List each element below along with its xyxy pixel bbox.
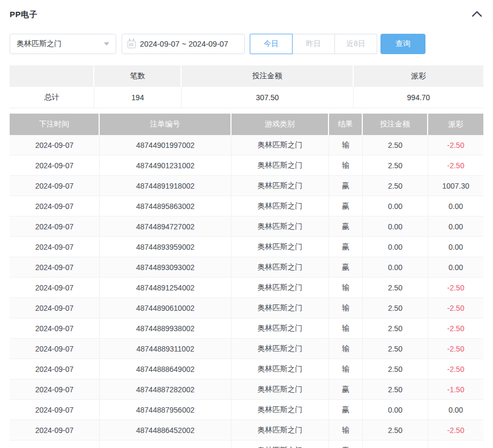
cell-order-no: 48744886052002 bbox=[100, 440, 231, 448]
cell-game: 奥林匹斯之门 bbox=[231, 359, 329, 379]
page-title: PP电子 bbox=[10, 10, 38, 20]
cell-payout: -1.50 bbox=[428, 379, 483, 400]
cell-payout: -2.50 bbox=[428, 155, 483, 176]
cell-time: 2024-09-07 bbox=[10, 379, 100, 400]
date-range-value: 2024-09-07 ~ 2024-09-07 bbox=[140, 40, 228, 48]
cell-time: 2024-09-07 bbox=[10, 359, 100, 379]
cell-result: 输 bbox=[329, 155, 363, 176]
cell-result: 输 bbox=[329, 420, 363, 440]
table-row: 2024-09-07 48744901997002 奥林匹斯之门 输 2.50 … bbox=[10, 135, 483, 155]
cell-order-no: 48744901231002 bbox=[100, 155, 231, 176]
col-header-result: 结果 bbox=[329, 114, 363, 135]
cell-result: 输 bbox=[329, 298, 363, 318]
cell-bet: 0.00 bbox=[363, 257, 428, 278]
date-range-input[interactable]: 2024-09-07 ~ 2024-09-07 bbox=[122, 34, 245, 54]
cell-time: 2024-09-07 bbox=[10, 237, 100, 257]
chevron-down-icon bbox=[104, 42, 109, 46]
table-row: 2024-09-07 48744887282002 奥林匹斯之门 赢 2.50 … bbox=[10, 379, 483, 400]
cell-payout: 0.40 bbox=[428, 440, 483, 448]
cell-payout: -2.50 bbox=[428, 298, 483, 318]
cell-time: 2024-09-07 bbox=[10, 176, 100, 196]
cell-payout: -2.50 bbox=[428, 339, 483, 359]
cell-payout: 0.00 bbox=[428, 400, 483, 420]
summary-total-label: 总计 bbox=[10, 87, 94, 108]
bet-records-table: 下注时间 注单编号 游戏类别 结果 投注金额 派彩 2024-09-07 487… bbox=[10, 114, 483, 448]
cell-time: 2024-09-07 bbox=[10, 339, 100, 359]
bet-table-body: 2024-09-07 48744901997002 奥林匹斯之门 输 2.50 … bbox=[10, 135, 483, 448]
cell-order-no: 48744890610002 bbox=[100, 298, 231, 318]
cell-result: 赢 bbox=[329, 379, 363, 400]
cell-game: 奥林匹斯之门 bbox=[231, 400, 329, 420]
table-row: 2024-09-07 48744886452002 奥林匹斯之门 输 2.50 … bbox=[10, 420, 483, 440]
collapse-button[interactable] bbox=[470, 8, 483, 21]
last8days-button[interactable]: 近8日 bbox=[334, 34, 377, 54]
cell-payout: -2.50 bbox=[428, 359, 483, 379]
cell-game: 奥林匹斯之门 bbox=[231, 155, 329, 176]
cell-bet: 0.00 bbox=[363, 216, 428, 237]
cell-game: 奥林匹斯之门 bbox=[231, 196, 329, 216]
cell-result: 赢 bbox=[329, 216, 363, 237]
table-row: 2024-09-07 48744888649002 奥林匹斯之门 输 2.50 … bbox=[10, 359, 483, 379]
game-select-value: 奥林匹斯之门 bbox=[17, 39, 62, 49]
game-select[interactable]: 奥林匹斯之门 bbox=[10, 34, 116, 54]
cell-time: 2024-09-07 bbox=[10, 216, 100, 237]
cell-payout: 0.00 bbox=[428, 237, 483, 257]
cell-game: 奥林匹斯之门 bbox=[231, 135, 329, 155]
cell-result: 赢 bbox=[329, 196, 363, 216]
cell-game: 奥林匹斯之门 bbox=[231, 216, 329, 237]
cell-game: 奥林匹斯之门 bbox=[231, 298, 329, 318]
table-row: 2024-09-07 48744894727002 奥林匹斯之门 赢 0.00 … bbox=[10, 216, 483, 237]
cell-game: 奥林匹斯之门 bbox=[231, 440, 329, 448]
cell-bet: 2.50 bbox=[363, 318, 428, 339]
summary-table: 笔数 投注金额 派彩 总计 194 307.50 994.70 bbox=[10, 65, 483, 108]
table-row: 2024-09-07 48744887956002 奥林匹斯之门 赢 0.00 … bbox=[10, 400, 483, 420]
table-row: 2024-09-07 48744891918002 奥林匹斯之门 赢 2.50 … bbox=[10, 176, 483, 196]
cell-result: 输 bbox=[329, 135, 363, 155]
cell-time: 2024-09-07 bbox=[10, 257, 100, 278]
cell-result: 赢 bbox=[329, 400, 363, 420]
cell-result: 输 bbox=[329, 339, 363, 359]
betting-records-panel: PP电子 奥林匹斯之门 2024-09-07 ~ 2024-09-07 今日 昨… bbox=[0, 0, 493, 448]
cell-order-no: 48744887282002 bbox=[100, 379, 231, 400]
summary-header-bet-amount: 投注金额 bbox=[182, 65, 354, 87]
cell-result: 赢 bbox=[329, 440, 363, 448]
summary-total-bet-amount: 307.50 bbox=[182, 87, 354, 108]
col-header-time: 下注时间 bbox=[10, 114, 100, 135]
cell-order-no: 48744888649002 bbox=[100, 359, 231, 379]
col-header-order-no: 注单编号 bbox=[100, 114, 231, 135]
cell-bet: 2.50 bbox=[363, 298, 428, 318]
yesterday-button[interactable]: 昨日 bbox=[292, 34, 335, 54]
table-row: 2024-09-07 48744901231002 奥林匹斯之门 输 2.50 … bbox=[10, 155, 483, 176]
cell-result: 输 bbox=[329, 359, 363, 379]
cell-bet: 0.00 bbox=[363, 237, 428, 257]
today-button[interactable]: 今日 bbox=[250, 34, 293, 54]
cell-payout: 0.00 bbox=[428, 196, 483, 216]
cell-time: 2024-09-07 bbox=[10, 196, 100, 216]
table-row: 2024-09-07 48744895863002 奥林匹斯之门 赢 0.00 … bbox=[10, 196, 483, 216]
cell-bet: 2.50 bbox=[363, 339, 428, 359]
cell-bet: 2.50 bbox=[363, 135, 428, 155]
cell-order-no: 48744886452002 bbox=[100, 420, 231, 440]
cell-game: 奥林匹斯之门 bbox=[231, 176, 329, 196]
cell-game: 奥林匹斯之门 bbox=[231, 278, 329, 298]
cell-order-no: 48744887956002 bbox=[100, 400, 231, 420]
cell-order-no: 48744893093002 bbox=[100, 257, 231, 278]
cell-payout: 0.00 bbox=[428, 216, 483, 237]
cell-bet: 0.00 bbox=[363, 196, 428, 216]
table-row: 2024-09-07 48744891254002 奥林匹斯之门 输 2.50 … bbox=[10, 278, 483, 298]
calendar-icon bbox=[128, 41, 136, 48]
col-header-bet: 投注金额 bbox=[363, 114, 428, 135]
col-header-payout: 派彩 bbox=[428, 114, 483, 135]
cell-time: 2024-09-07 bbox=[10, 420, 100, 440]
table-row: 2024-09-07 48744893093002 奥林匹斯之门 赢 0.00 … bbox=[10, 257, 483, 278]
cell-payout: -2.50 bbox=[428, 135, 483, 155]
summary-header-count: 笔数 bbox=[94, 65, 182, 87]
cell-order-no: 48744891918002 bbox=[100, 176, 231, 196]
cell-bet: 0.00 bbox=[363, 400, 428, 420]
filter-bar: 奥林匹斯之门 2024-09-07 ~ 2024-09-07 今日 昨日 近8日… bbox=[10, 34, 483, 54]
cell-payout: 0.00 bbox=[428, 257, 483, 278]
cell-result: 赢 bbox=[329, 237, 363, 257]
search-button[interactable]: 查询 bbox=[380, 34, 425, 54]
cell-result: 输 bbox=[329, 278, 363, 298]
cell-payout: -2.50 bbox=[428, 318, 483, 339]
